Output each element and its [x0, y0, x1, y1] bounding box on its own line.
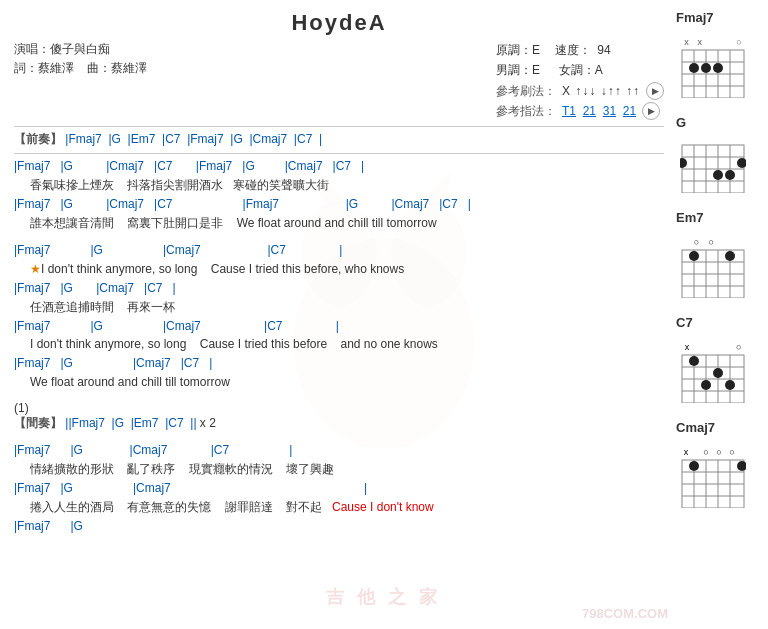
section-divider-1	[14, 153, 664, 154]
svg-point-10	[689, 63, 699, 73]
finger-link-21[interactable]: 21	[583, 104, 596, 118]
chord-name-em7: Em7	[672, 210, 703, 225]
chorus1-lyric-2: 任酒意追捕時間 再來一杯	[14, 298, 664, 316]
svg-point-44	[725, 380, 735, 390]
chorus1-chord-3: |Fmaj7 |G |Cmaj7 |C7 |	[14, 318, 664, 335]
chorus1-lyric-1: ★I don't think anymore, so long Cause I …	[14, 260, 664, 278]
song-title: HoydeA	[14, 10, 664, 36]
finger-links: T1 21 31 21	[562, 101, 636, 121]
singer-label: 演唱：	[14, 42, 50, 56]
strum-play-button[interactable]: ▶	[646, 82, 664, 100]
credits-row: 詞：蔡維澤 曲：蔡維澤	[14, 59, 147, 78]
chord-diagram-cmaj7: Cmaj7 x○○○	[672, 420, 754, 511]
lyrics-label: 詞：	[14, 61, 38, 75]
verse2-chord-text-1: |Fmaj7 |G |Cmaj7 |C7 |	[14, 442, 292, 459]
svg-point-43	[701, 380, 711, 390]
chord-sidebar: Fmaj7 xx○	[664, 10, 754, 540]
intro-section: 【前奏】 |Fmaj7 |G |Em7 |C7 |Fmaj7 |G |Cmaj7…	[14, 131, 664, 148]
svg-point-53	[689, 461, 699, 471]
watermark-text: 吉 他 之 家	[326, 585, 441, 609]
finger-play-button[interactable]: ▶	[642, 102, 660, 120]
em7-top-markers: ○○	[680, 237, 746, 247]
verse2-chord-2: |Fmaj7 |G |Cmaj7 |	[14, 480, 664, 497]
cmaj7-grid	[680, 458, 746, 508]
intro-label: 【前奏】	[14, 131, 62, 148]
chord-name-fmaj7: Fmaj7	[672, 10, 714, 25]
verse2-chord-3: |Fmaj7 |G	[14, 518, 664, 535]
chord-name-c7: C7	[672, 315, 693, 330]
em7-grid	[680, 248, 746, 298]
interlude-number: (1)	[14, 401, 664, 415]
original-key: 原調：E	[496, 40, 540, 60]
site-watermark: 798COM.COM	[582, 606, 668, 621]
svg-point-42	[713, 368, 723, 378]
chorus1-chord-1: |Fmaj7 |G |Cmaj7 |C7 |	[14, 242, 664, 259]
verse2-chord-1: |Fmaj7 |G |Cmaj7 |C7 |	[14, 442, 664, 459]
verse1-chord-1: |Fmaj7 |G |Cmaj7 |C7 |Fmaj7 |G |Cmaj7 |C…	[14, 158, 664, 175]
intro-chord-line: 【前奏】 |Fmaj7 |G |Em7 |C7 |Fmaj7 |G |Cmaj7…	[14, 131, 664, 148]
meta-right: 原調：E 速度：94 男調：E 女調：A 參考刷法： X ↑↓↓ ↓↑↑ ↑↑ …	[496, 40, 664, 122]
verse2-chord-text-2: |Fmaj7 |G |Cmaj7 |	[14, 480, 367, 497]
chorus1-lyric-3: I don't think anymore, so long Cause I t…	[14, 335, 664, 353]
main-content: HoydeA 演唱：傻子與白痴 詞：蔡維澤 曲：蔡維澤 原調：E 速度：94	[14, 10, 664, 540]
strum-label: 參考刷法：	[496, 81, 556, 101]
interlude-chords: ||Fmaj7 |G |Em7 |C7 ||	[62, 415, 197, 432]
tempo: 94	[597, 40, 610, 60]
singer: 傻子與白痴	[50, 42, 110, 56]
chord-name-g: G	[672, 115, 686, 130]
verse1-lyric-2: 誰本想讓音清間 窩裏下肚開口是非 We float around and chi…	[14, 214, 664, 232]
verse2-lyric-1: 情緒擴散的形狀 亂了秩序 現實癮軟的情況 壞了興趣	[14, 460, 664, 478]
strum-row: 參考刷法： X ↑↓↓ ↓↑↑ ↑↑ ▶	[496, 81, 664, 101]
chord-diagram-fmaj7: Fmaj7 xx○	[672, 10, 754, 101]
male-key: 男調：E	[496, 60, 540, 80]
strum-pattern: X ↑↓↓ ↓↑↑ ↑↑	[562, 81, 640, 101]
chord-diagram-g: G	[672, 115, 754, 196]
intro-chords: |Fmaj7 |G |Em7 |C7 |Fmaj7 |G |Cmaj7 |C7 …	[62, 131, 322, 148]
verse1-lyric-1: 香氣味摻上煙灰 抖落指尖割開酒水 寒碰的笑聲曠大街	[14, 176, 664, 194]
music-author: 蔡維澤	[111, 61, 147, 75]
finger-link-t1[interactable]: T1	[562, 104, 576, 118]
chord-diagram-c7: C7 x○	[672, 315, 754, 406]
c7-top-markers: x○	[680, 342, 746, 352]
verse1-section: |Fmaj7 |G |Cmaj7 |C7 |Fmaj7 |G |Cmaj7 |C…	[14, 158, 664, 232]
g-grid	[680, 143, 746, 193]
chord-diagram-em7: Em7 ○○	[672, 210, 754, 301]
svg-point-8	[713, 63, 723, 73]
key-tempo-row: 原調：E 速度：94	[496, 40, 664, 60]
chorus1-chord-2: |Fmaj7 |G |Cmaj7 |C7 |	[14, 280, 664, 297]
meta-row: 演唱：傻子與白痴 詞：蔡維澤 曲：蔡維澤 原調：E 速度：94 男調：E	[14, 40, 664, 122]
finger-link-21b[interactable]: 21	[623, 104, 636, 118]
svg-point-21	[725, 170, 735, 180]
svg-point-19	[680, 158, 687, 168]
meta-left: 演唱：傻子與白痴 詞：蔡維澤 曲：蔡維澤	[14, 40, 147, 78]
interlude-label: 【間奏】	[14, 415, 62, 432]
lyrics-author: 蔡維澤	[38, 61, 74, 75]
red-lyric: Cause I don't know	[332, 500, 434, 514]
gender-key-row: 男調：E 女調：A	[496, 60, 664, 80]
svg-point-32	[725, 251, 735, 261]
fmaj7-top-markers: xx○	[680, 37, 746, 47]
singer-row: 演唱：傻子與白痴	[14, 40, 147, 59]
verse2-section: |Fmaj7 |G |Cmaj7 |C7 | 情緒擴散的形狀 亂了秩序 現實癮軟…	[14, 442, 664, 534]
verse2-chord-text-3: |Fmaj7 |G	[14, 518, 83, 535]
star-icon: ★	[30, 262, 41, 276]
svg-point-22	[713, 170, 723, 180]
song-header: HoydeA	[14, 10, 664, 36]
fmaj7-grid	[680, 48, 746, 98]
finger-link-31[interactable]: 31	[603, 104, 616, 118]
verse1-chord-text-1: |Fmaj7 |G |Cmaj7 |C7 |Fmaj7 |G |Cmaj7 |C…	[14, 158, 364, 175]
verse2-lyric-2: 捲入人生的酒局 有意無意的失憶 謝罪賠達 對不起 Cause I don't k…	[14, 498, 664, 516]
interlude-chord-line: 【間奏】 ||Fmaj7 |G |Em7 |C7 || x 2	[14, 415, 664, 432]
chorus1-lyric-4: We float around and chill till tomorrow	[14, 373, 664, 391]
c7-grid	[680, 353, 746, 403]
finger-label: 參考指法：	[496, 101, 556, 121]
svg-point-9	[701, 63, 711, 73]
chorus1-chord-4: |Fmaj7 |G |Cmaj7 |C7 |	[14, 355, 664, 372]
header-divider	[14, 126, 664, 127]
chorus1-chord-text-1: |Fmaj7 |G |Cmaj7 |C7 |	[14, 242, 342, 259]
verse1-chord-text-2: |Fmaj7 |G |Cmaj7 |C7 |Fmaj7 |G |Cmaj7 |C…	[14, 196, 471, 213]
tempo-label: 速度：	[555, 40, 591, 60]
chorus1-chord-text-3: |Fmaj7 |G |Cmaj7 |C7 |	[14, 318, 339, 335]
music-label: 曲：	[87, 61, 111, 75]
female-key: 女調：A	[559, 60, 603, 80]
